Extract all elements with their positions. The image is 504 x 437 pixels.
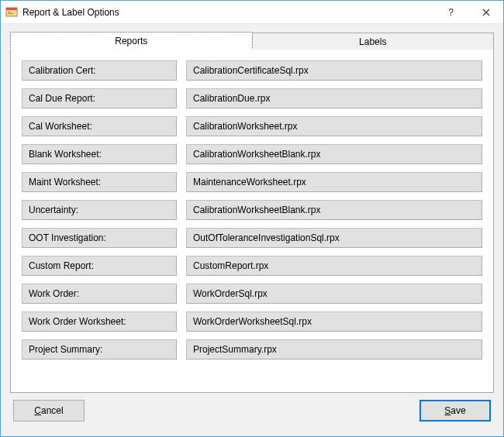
form-row: Cal Worksheet:CalibrationWorksheet.rpx [22, 116, 482, 136]
form-rows: Calibration Cert:CalibrationCertificateS… [22, 60, 482, 360]
form-row: Custom Report:CustomReport.rpx [22, 256, 482, 276]
form-row-value[interactable]: CalibrationWorksheetBlank.rpx [186, 200, 482, 220]
app-icon [5, 6, 18, 19]
form-row-label: Project Summary: [22, 339, 177, 360]
form-row-label: Custom Report: [22, 256, 177, 276]
save-button-label: Save [444, 405, 465, 416]
form-row-value[interactable]: MaintenanceWorksheet.rpx [186, 172, 482, 192]
svg-rect-2 [8, 12, 11, 12]
client-area: Reports Labels Calibration Cert:Calibrat… [1, 24, 503, 436]
cancel-button-label: Cancel [34, 405, 63, 416]
form-row-label: Calibration Cert: [22, 60, 177, 81]
cancel-button[interactable]: Cancel [13, 400, 85, 422]
tab-label: Reports [115, 36, 147, 46]
titlebar: Report & Label Options ? [1, 1, 503, 24]
form-row: Work Order Worksheet:WorkOrderWorksheetS… [22, 311, 482, 332]
form-row: Uncertainty:CalibrationWorksheetBlank.rp… [22, 200, 482, 220]
help-button[interactable]: ? [433, 1, 468, 24]
form-row-label: OOT Investigation: [22, 228, 177, 248]
form-row-value[interactable]: WorkOrderWorksheetSql.rpx [186, 311, 482, 332]
form-row-label: Cal Due Report: [22, 88, 177, 108]
tab-reports[interactable]: Reports [10, 32, 253, 50]
form-row-value[interactable]: CalibrationDue.rpx [186, 88, 482, 108]
form-row-value[interactable]: CustomReport.rpx [186, 256, 482, 276]
form-row-value[interactable]: OutOfToleranceInvestigationSql.rpx [186, 228, 482, 248]
form-row: Cal Due Report:CalibrationDue.rpx [22, 88, 482, 108]
form-row: Work Order:WorkOrderSql.rpx [22, 284, 482, 304]
save-button[interactable]: Save [419, 400, 491, 422]
form-row-label: Blank Worksheet: [22, 144, 177, 164]
svg-rect-3 [8, 13, 13, 14]
form-row-label: Maint Worksheet: [22, 172, 177, 192]
form-row: Blank Worksheet:CalibrationWorksheetBlan… [22, 144, 482, 164]
tab-label: Labels [359, 36, 386, 47]
svg-rect-1 [6, 8, 17, 10]
form-row-label: Work Order: [22, 284, 177, 304]
form-row-label: Cal Worksheet: [22, 116, 177, 136]
button-bar: Cancel Save [10, 393, 494, 428]
close-button[interactable] [468, 1, 503, 24]
dialog-window: Report & Label Options ? Reports Labels … [0, 0, 504, 437]
form-row-value[interactable]: CalibrationCertificateSql.rpx [186, 60, 482, 81]
tabs-container: Reports Labels Calibration Cert:Calibrat… [10, 32, 494, 393]
form-row-value[interactable]: CalibrationWorksheetBlank.rpx [186, 144, 482, 164]
form-row-value[interactable]: ProjectSummary.rpx [186, 339, 482, 360]
form-row-value[interactable]: WorkOrderSql.rpx [186, 284, 482, 304]
window-title: Report & Label Options [22, 7, 119, 18]
tab-strip: Reports Labels [10, 32, 494, 49]
form-row: Project Summary:ProjectSummary.rpx [22, 339, 482, 360]
form-row: Maint Worksheet:MaintenanceWorksheet.rpx [22, 172, 482, 192]
tab-body-reports: Calibration Cert:CalibrationCertificateS… [10, 49, 494, 393]
form-row-value[interactable]: CalibrationWorksheet.rpx [186, 116, 482, 136]
tab-labels[interactable]: Labels [253, 33, 495, 50]
form-row-label: Uncertainty: [22, 200, 177, 220]
form-row: Calibration Cert:CalibrationCertificateS… [22, 60, 482, 81]
form-row: OOT Investigation:OutOfToleranceInvestig… [22, 228, 482, 248]
form-row-label: Work Order Worksheet: [22, 311, 177, 332]
